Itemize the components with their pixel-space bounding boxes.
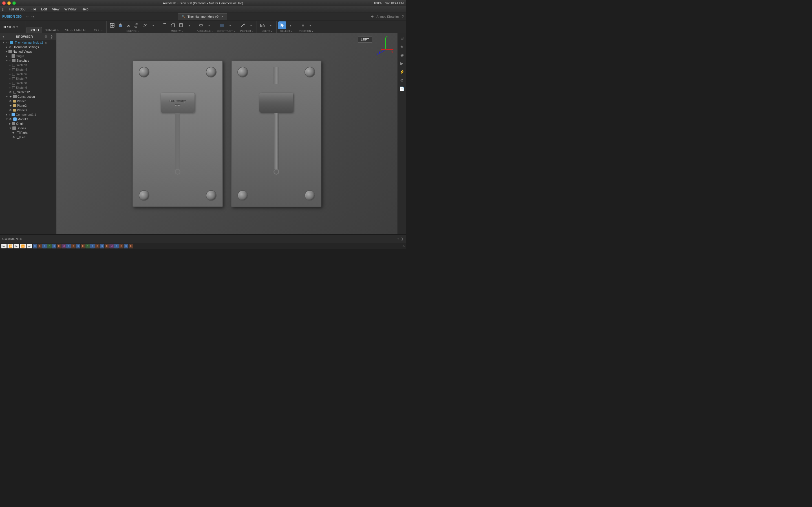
right-sidebar-drawing-button[interactable]: 📄 [398,85,406,93]
tree-item-doc-settings[interactable]: ▶ ⚙ Document Settings [0,45,56,49]
tl-item-5[interactable]: S [52,244,56,248]
tree-item-right-body[interactable]: 👁 Right [0,130,56,135]
position-label[interactable]: POSITION ▼ [299,30,313,33]
modify-shell-button[interactable] [177,21,185,29]
fullscreen-button[interactable] [12,1,16,5]
tl-item-21[interactable]: E [129,244,133,248]
timeline-play-button[interactable]: ▶ [14,244,19,248]
create-new-component-button[interactable] [108,21,116,29]
tl-item-12[interactable]: P [86,244,90,248]
modify-chamfer-button[interactable] [169,21,177,29]
create-extrude-button[interactable] [116,21,124,29]
tl-item-17[interactable]: M [109,244,114,248]
tl-item-4[interactable]: P [47,244,52,248]
right-sidebar-display-button[interactable]: ◈ [398,43,406,50]
create-loft-button[interactable] [133,21,141,29]
mode-solid[interactable]: SOLID [27,27,42,33]
create-more-button[interactable]: ▼ [149,21,157,29]
construct-label[interactable]: CONSTRUCT ▼ [217,30,235,33]
create-revolve-button[interactable] [124,21,133,29]
timeline-prev-button[interactable]: ⏪ [7,244,13,248]
tl-item-15[interactable]: S [100,244,104,248]
add-tab-button[interactable]: + [371,14,373,19]
tree-item-sketch3[interactable]: ○ Sketch3 [0,63,56,67]
position-button[interactable] [298,21,306,29]
help-button[interactable]: ? [402,14,404,19]
bottom-add-button[interactable]: + [397,237,399,241]
create-formula-button[interactable]: fx [141,21,149,29]
tl-item-9[interactable]: E [71,244,75,248]
modify-label[interactable]: MODIFY ▼ [171,30,183,33]
tree-item-plane1[interactable]: 👁 Plane1 [0,99,56,103]
assemble-joint-button[interactable] [197,21,205,29]
timeline-end-button[interactable]: ⏭ [27,244,32,248]
tl-item-2[interactable]: E [38,244,42,248]
tree-item-sketch8[interactable]: ○ Sketch8 [0,81,56,86]
tl-item-8[interactable]: S [66,244,71,248]
tree-item-root[interactable]: ▼ 👁 Thor Hammer Mold v2 ⚙ [0,40,56,45]
browser-collapse-arrow[interactable]: ◀ [2,35,4,38]
tree-item-left-body[interactable]: 👁 Left [0,135,56,139]
mode-tools[interactable]: TOOLS [89,27,105,33]
right-sidebar-render-button[interactable]: ◉ [398,51,406,59]
close-button[interactable] [2,1,6,5]
select-label[interactable]: SELECT ▼ [280,30,293,33]
inspect-measure-button[interactable] [239,21,247,29]
modify-more-button[interactable]: ▼ [185,21,193,29]
assemble-label[interactable]: ASSEMBLE ▼ [197,30,213,33]
right-sidebar-grid-button[interactable]: ⊞ [398,34,406,42]
tl-item-11[interactable]: E [81,244,85,248]
tl-item-1[interactable]: S [33,244,37,248]
inspect-label[interactable]: INSPECT ▼ [240,30,254,33]
tree-item-named-views[interactable]: ▶ Named Views [0,49,56,54]
tl-item-18[interactable]: S [114,244,119,248]
right-sidebar-sim-button[interactable]: ⚡ [398,68,406,75]
tree-item-sketch7[interactable]: ○ Sketch7 [0,76,56,81]
browser-settings-button[interactable]: ⚙ [43,34,48,39]
timeline-start-button[interactable]: ⏮ [1,244,7,248]
tl-item-13[interactable]: S [90,244,95,248]
apple-menu[interactable]:  [2,7,4,11]
tab-close-button[interactable]: ✕ [221,15,223,18]
insert-label[interactable]: INSERT ▼ [261,30,273,33]
traffic-lights[interactable] [2,1,16,5]
minimize-button[interactable] [7,1,11,5]
tl-item-7[interactable]: M [61,244,66,248]
right-sidebar-mfg-button[interactable]: ⚙ [398,76,406,84]
menu-fusion[interactable]: Fusion 360 [6,7,28,12]
select-button[interactable] [278,21,286,29]
construct-plane-button[interactable] [218,21,226,29]
tree-item-model1[interactable]: ▼ 👁 Model:1 [0,117,56,121]
construct-more-button[interactable]: ▼ [226,21,234,29]
tl-item-14[interactable]: E [95,244,100,248]
mode-sheet-metal[interactable]: SHEET METAL [62,27,89,33]
tree-item-sketch9[interactable]: ○ Sketch9 [0,86,56,90]
menu-view[interactable]: View [50,7,62,12]
tree-item-origin[interactable]: ▶ ○ Origin [0,54,56,58]
viewport[interactable]: Fab Academy 2020 [56,33,398,234]
menu-help[interactable]: Help [79,7,91,12]
root-settings-icon[interactable]: ⚙ [45,41,47,44]
menu-edit[interactable]: Edit [39,7,49,12]
assemble-more-button[interactable]: ▼ [205,21,213,29]
design-dropdown[interactable]: DESIGN ▼ [0,21,26,33]
tree-item-plane2[interactable]: 👁 Plane2 [0,103,56,108]
file-tab[interactable]: 🔨 Thor Hammer Mold v2* ✕ [178,13,227,20]
tree-item-construction[interactable]: ▼ 👁 Construction [0,94,56,99]
mode-surface[interactable]: SURFACE [42,27,62,33]
insert-canvas-button[interactable] [259,21,266,29]
create-label[interactable]: CREATE ▼ [126,30,139,33]
tl-item-16[interactable]: E [105,244,109,248]
redo-button[interactable]: ↪ [31,14,34,19]
inspect-more-button[interactable]: ▼ [247,21,255,29]
tree-item-sketch4[interactable]: ○ Sketch4 [0,67,56,72]
tl-item-19[interactable]: E [119,244,123,248]
position-more-button[interactable]: ▼ [306,21,314,29]
tl-item-20[interactable]: S [124,244,128,248]
tree-item-bodies[interactable]: ▼ Bodies [0,126,56,130]
menu-file[interactable]: File [29,7,38,12]
tree-item-plane3[interactable]: 👁 Plane3 [0,108,56,112]
timeline-next-button[interactable]: ⏩ [20,244,26,248]
bottom-expand-button[interactable]: ❯ [401,237,404,241]
modify-fillet-button[interactable] [161,21,168,29]
